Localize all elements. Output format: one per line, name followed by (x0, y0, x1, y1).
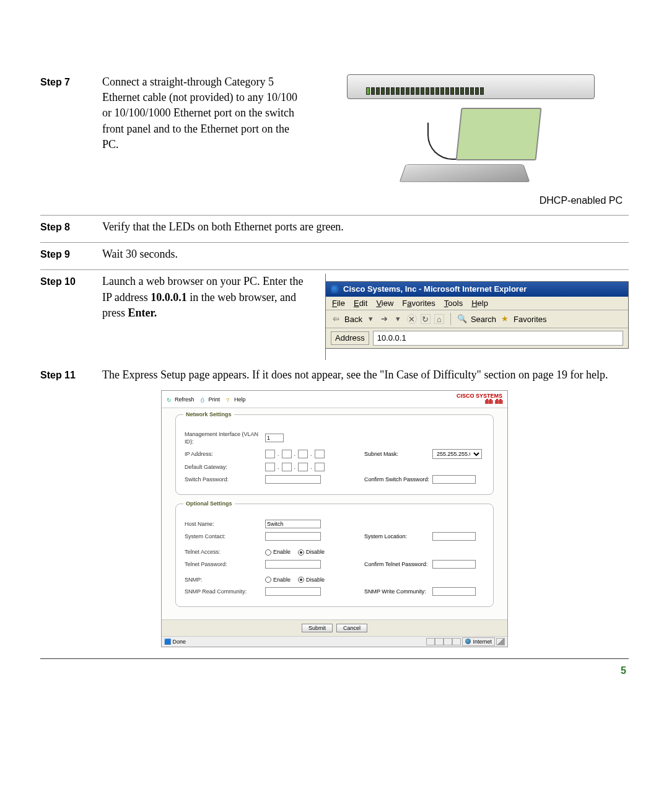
browser-address-bar: Address 10.0.0.1 (326, 328, 628, 348)
telnet-enable-radio[interactable]: Enable (265, 548, 291, 556)
form-top-bar: ↻Refresh ⎙Print ?Help CISCO SYSTEMSıllıl… (162, 391, 507, 408)
subnet-select[interactable]: 255.255.255.0 (432, 449, 482, 459)
menu-edit[interactable]: Edit (354, 298, 367, 309)
submit-button[interactable]: Submit (302, 624, 333, 632)
cisco-logo: CISCO SYSTEMSıllıllı ıllıllı (457, 393, 502, 405)
telnet-disable-radio[interactable]: Disable (298, 548, 325, 556)
gw-oct-3[interactable] (298, 463, 308, 471)
back-arrow-icon[interactable]: ⇦ (331, 314, 341, 324)
browser-title: Cisco Systems, Inc - Microsoft Internet … (343, 284, 527, 295)
ip-oct-1[interactable] (265, 450, 275, 458)
contact-label: System Contact: (185, 533, 265, 540)
step-7-text: Connect a straight-through Category 5 Et… (102, 74, 300, 152)
confirm-switch-password-input[interactable] (432, 475, 476, 484)
switch-ports-icon (366, 87, 484, 95)
separator (450, 313, 451, 325)
step-10-enter: Enter. (128, 307, 157, 319)
vlan-input[interactable] (265, 434, 284, 442)
confirm-telnet-password-input[interactable] (432, 560, 476, 569)
divider (40, 269, 629, 270)
radio-checked-icon (298, 549, 304, 556)
network-settings-fieldset: Network Settings Management Interface (V… (175, 414, 494, 495)
browser-toolbar: ⇦ Back ▾ ➔ ▾ ✕ ↻ ⌂ 🔍 Search ★ Favorites (326, 310, 628, 328)
laptop-base-icon (400, 164, 530, 182)
dropdown-icon[interactable]: ▾ (366, 314, 376, 324)
gw-oct-4[interactable] (315, 463, 325, 471)
step-9-label: Step 9 (40, 247, 102, 262)
step-7-label: Step 7 (40, 74, 102, 89)
express-setup-screenshot: ↻Refresh ⎙Print ?Help CISCO SYSTEMSıllıl… (161, 390, 508, 647)
location-label: System Location: (358, 533, 432, 540)
step-10-figure: Cisco Systems, Inc - Microsoft Internet … (325, 274, 629, 360)
host-input[interactable] (265, 520, 321, 528)
gw-oct-1[interactable] (265, 463, 275, 471)
help-link[interactable]: ?Help (226, 396, 246, 403)
favorites-button[interactable]: Favorites (514, 314, 546, 325)
switch-password-input[interactable] (265, 475, 321, 484)
step-10-row: Step 10 Launch a web browser on your PC.… (40, 274, 629, 360)
refresh-icon[interactable]: ↻ (421, 314, 431, 324)
globe-icon (465, 639, 471, 644)
page-rule (40, 658, 629, 659)
radio-icon (265, 577, 271, 583)
snmp-write-label: SNMP Write Community: (358, 588, 432, 595)
menu-tools[interactable]: Tools (444, 298, 463, 309)
address-field[interactable]: 10.0.0.1 (373, 331, 623, 346)
ip-label: IP Address: (185, 450, 265, 458)
laptop-screen-icon (456, 108, 542, 160)
browser-menu: File Edit View Favorites Tools Help (326, 297, 628, 310)
step-8-row: Step 8 Verify that the LEDs on both Ethe… (40, 219, 629, 235)
snmp-enable-radio[interactable]: Enable (265, 576, 291, 583)
divider (40, 215, 629, 216)
refresh-link[interactable]: ↻Refresh (167, 396, 195, 403)
step-11-label: Step 11 (40, 367, 102, 383)
back-button[interactable]: Back (344, 314, 362, 325)
home-icon[interactable]: ⌂ (434, 314, 444, 324)
laptop-illustration (403, 108, 539, 188)
ip-oct-3[interactable] (298, 450, 308, 458)
telnet-password-input[interactable] (265, 560, 321, 569)
print-icon: ⎙ (201, 396, 207, 403)
divider (325, 349, 629, 360)
status-internet: Internet (462, 637, 495, 646)
forward-arrow-icon[interactable]: ➔ (380, 314, 390, 324)
confirm-switch-password-label: Confirm Switch Password: (358, 476, 432, 483)
gateway-label: Default Gateway: (185, 463, 265, 471)
location-input[interactable] (432, 532, 476, 541)
menu-view[interactable]: View (376, 298, 393, 309)
snmp-disable-radio[interactable]: Disable (298, 576, 325, 583)
gw-oct-2[interactable] (282, 463, 292, 471)
menu-help[interactable]: Help (471, 298, 488, 309)
confirm-telnet-password-label: Confirm Telnet Password: (358, 561, 432, 568)
stop-icon[interactable]: ✕ (407, 314, 417, 324)
step-10-text: Launch a web browser on your PC. Enter t… (102, 274, 313, 321)
ip-oct-4[interactable] (315, 450, 325, 458)
form-button-bar: Submit Cancel (162, 619, 507, 637)
ip-oct-2[interactable] (282, 450, 292, 458)
gateway-input-group: ... (265, 463, 358, 471)
snmp-read-label: SNMP Read Community: (185, 588, 265, 595)
switch-illustration (347, 74, 595, 99)
menu-file[interactable]: File (332, 298, 345, 309)
switch-password-label: Switch Password: (185, 476, 265, 483)
snmp-write-input[interactable] (432, 587, 476, 596)
ie-icon (331, 285, 339, 294)
snmp-read-input[interactable] (265, 587, 321, 596)
favorites-star-icon[interactable]: ★ (500, 314, 510, 324)
telnet-password-label: Telnet Password: (185, 561, 265, 568)
dropdown-icon[interactable]: ▾ (393, 314, 403, 324)
optional-settings-fieldset: Optional Settings Host Name: System Cont… (175, 504, 494, 606)
menu-favorites[interactable]: Favorites (402, 298, 435, 309)
host-label: Host Name: (185, 520, 265, 528)
cancel-button[interactable]: Cancel (336, 624, 367, 632)
radio-checked-icon (298, 577, 304, 583)
subnet-label: Subnet Mask: (358, 450, 432, 458)
step-10-label: Step 10 (40, 274, 102, 289)
contact-input[interactable] (265, 532, 321, 541)
print-link[interactable]: ⎙Print (201, 396, 221, 403)
search-button[interactable]: Search (471, 314, 496, 325)
search-icon[interactable]: 🔍 (457, 314, 467, 324)
step-8-text: Verify that the LEDs on both Ethernet po… (102, 219, 629, 235)
divider (40, 242, 629, 243)
dhcp-caption: DHCP-enabled PC (540, 194, 629, 207)
